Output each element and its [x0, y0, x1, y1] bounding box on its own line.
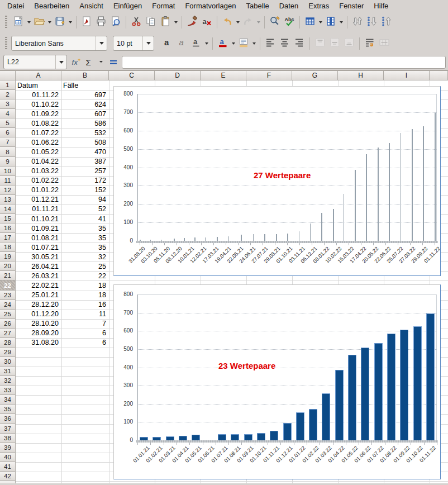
- row-header-27[interactable]: 27: [0, 329, 16, 338]
- insert-column-button[interactable]: [323, 15, 338, 30]
- font-size-dropdown-icon[interactable]: [142, 36, 154, 50]
- cell-b1-faelle[interactable]: Fälle: [61, 80, 108, 90]
- font-size-combo[interactable]: 10 pt: [113, 36, 154, 51]
- row-header-38[interactable]: 38: [0, 434, 16, 443]
- sort-button[interactable]: [350, 15, 365, 30]
- cell-value[interactable]: 152: [61, 186, 108, 195]
- menu-item-extras[interactable]: Extras: [303, 1, 334, 12]
- align-left-button[interactable]: [263, 36, 278, 51]
- underline-button[interactable]: a: [189, 36, 203, 51]
- toolbar-grip[interactable]: [5, 16, 7, 29]
- find-replace-button[interactable]: [268, 15, 282, 30]
- align-center-button[interactable]: [278, 36, 292, 51]
- wrap-text-button[interactable]: [363, 36, 377, 51]
- cell-date[interactable]: 31.08.20: [16, 338, 61, 348]
- cell-date[interactable]: 01.12.21: [16, 195, 61, 205]
- print-preview-button[interactable]: [108, 15, 123, 30]
- select-all-corner[interactable]: [0, 71, 16, 80]
- row-header-32[interactable]: 32: [0, 376, 16, 386]
- cell-date[interactable]: 01.09.22: [16, 109, 61, 118]
- row-header-19[interactable]: 19: [0, 252, 16, 261]
- cell-value[interactable]: 387: [61, 157, 108, 167]
- row-header-37[interactable]: 37: [0, 424, 16, 434]
- cell-value[interactable]: 32: [61, 252, 108, 261]
- sum-dropdown-button[interactable]: [95, 55, 107, 69]
- row-header-34[interactable]: 34: [0, 395, 16, 405]
- row-header-5[interactable]: 5: [0, 118, 16, 128]
- row-header-22[interactable]: 22: [0, 280, 16, 290]
- italic-button[interactable]: a: [174, 36, 189, 51]
- cell-date[interactable]: 01.07.22: [16, 128, 61, 137]
- column-header-A[interactable]: A: [16, 71, 61, 80]
- cell-a1-datum[interactable]: Datum: [16, 80, 61, 90]
- row-header-35[interactable]: 35: [0, 405, 16, 414]
- column-header-I[interactable]: I: [384, 71, 430, 80]
- cell-date[interactable]: 26.03.21: [16, 271, 61, 280]
- cell-date[interactable]: 01.04.22: [16, 157, 61, 167]
- row-header-10[interactable]: 10: [0, 167, 16, 176]
- row-header-18[interactable]: 18: [0, 242, 16, 252]
- font-color-dropdown-icon[interactable]: [230, 36, 236, 51]
- cell-date[interactable]: 01.06.22: [16, 137, 61, 147]
- insert-table-dropdown-icon[interactable]: [317, 15, 323, 30]
- spelling-button[interactable]: Abc: [282, 15, 297, 30]
- cell-date[interactable]: 01.11.22: [16, 90, 61, 99]
- cell-date[interactable]: 28.10.20: [16, 319, 61, 329]
- undo-dropdown-icon[interactable]: [235, 15, 241, 30]
- cell-value[interactable]: 697: [61, 90, 108, 99]
- cell-date[interactable]: 28.12.20: [16, 300, 61, 310]
- menu-item-daten[interactable]: Daten: [274, 1, 304, 12]
- align-right-button[interactable]: [292, 36, 307, 51]
- cell-date[interactable]: 01.03.22: [16, 167, 61, 176]
- menu-item-einfgen[interactable]: Einfügen: [108, 1, 147, 12]
- new-document-dropdown-icon[interactable]: [26, 15, 32, 30]
- underline-dropdown-icon[interactable]: [203, 36, 209, 51]
- row-header-15[interactable]: 15: [0, 214, 16, 224]
- chart-23-wertepaare[interactable]: 010020030040050060070080001.01.2101.02.2…: [113, 284, 441, 479]
- menu-item-format[interactable]: Format: [147, 1, 180, 12]
- cell-value[interactable]: 25: [61, 261, 108, 271]
- row-header-14[interactable]: 14: [0, 205, 16, 214]
- open-button[interactable]: [32, 15, 46, 30]
- cell-value[interactable]: 18: [61, 291, 108, 300]
- cell-date[interactable]: 26.04.21: [16, 261, 61, 271]
- row-header-4[interactable]: 4: [0, 109, 16, 118]
- cell-value[interactable]: 586: [61, 118, 108, 128]
- row-header-13[interactable]: 13: [0, 195, 16, 205]
- column-header-G[interactable]: G: [292, 71, 338, 80]
- row-header-12[interactable]: 12: [0, 186, 16, 195]
- cell-value[interactable]: 41: [61, 214, 108, 224]
- column-header-E[interactable]: E: [201, 71, 246, 80]
- row-header-1[interactable]: 1: [0, 80, 16, 90]
- highlighting-button[interactable]: [236, 36, 251, 51]
- toolbar-grip[interactable]: [5, 37, 7, 50]
- cell-date[interactable]: 01.11.21: [16, 205, 61, 214]
- sum-button[interactable]: Σ: [83, 55, 95, 69]
- row-header-36[interactable]: 36: [0, 414, 16, 424]
- name-box-dropdown-icon[interactable]: [55, 55, 66, 69]
- cell-date[interactable]: 01.09.21: [16, 224, 61, 233]
- highlighting-dropdown-icon[interactable]: [251, 36, 257, 51]
- cell-date[interactable]: 01.01.22: [16, 186, 61, 195]
- row-header-20[interactable]: 20: [0, 261, 16, 271]
- row-header-2[interactable]: 2: [0, 90, 16, 99]
- sort-ascending-button[interactable]: [379, 15, 394, 30]
- font-color-button[interactable]: a: [216, 36, 230, 51]
- cell-value[interactable]: 16: [61, 300, 108, 310]
- cell-date[interactable]: 01.10.22: [16, 99, 61, 109]
- cell-value[interactable]: 172: [61, 176, 108, 186]
- function-wizard-button[interactable]: fx: [70, 55, 83, 69]
- row-header-39[interactable]: 39: [0, 443, 16, 453]
- row-header-25[interactable]: 25: [0, 310, 16, 319]
- save-button[interactable]: [53, 15, 67, 30]
- row-header-21[interactable]: 21: [0, 271, 16, 280]
- cell-date[interactable]: 01.08.21: [16, 233, 61, 242]
- cell-date[interactable]: 25.01.21: [16, 291, 61, 300]
- cell-value[interactable]: 532: [61, 128, 108, 137]
- row-header-30[interactable]: 30: [0, 357, 16, 367]
- cell-date[interactable]: 22.02.21: [16, 280, 61, 290]
- row-header-9[interactable]: 9: [0, 157, 16, 167]
- row-header-6[interactable]: 6: [0, 128, 16, 137]
- cut-button[interactable]: [129, 15, 144, 30]
- cell-date[interactable]: 01.10.21: [16, 214, 61, 224]
